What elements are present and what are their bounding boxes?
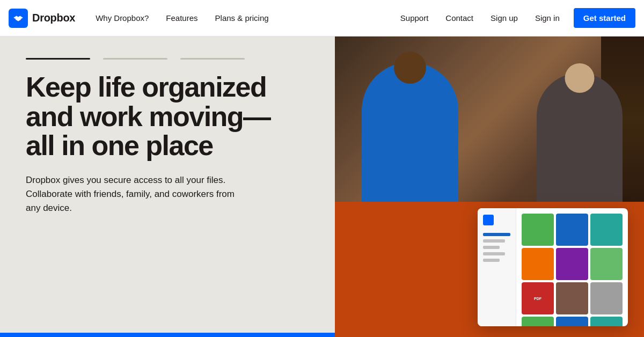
dropbox-icon	[9, 9, 28, 28]
photo-people	[335, 36, 644, 202]
file-item-2	[556, 214, 588, 246]
file-browser-main: PDF	[516, 208, 628, 326]
person2-head	[565, 63, 595, 93]
fb-sidebar-item-2	[483, 239, 505, 243]
fb-dropbox-logo	[483, 215, 494, 225]
fb-sidebar-item-5	[483, 259, 500, 262]
file-browser-mockup: PDF	[478, 208, 628, 326]
person1-head	[394, 52, 426, 84]
file-item-8	[556, 282, 588, 314]
file-item-5	[556, 248, 588, 280]
file-item-3	[590, 214, 623, 246]
fb-sidebar-item-3	[483, 246, 500, 249]
fb-sidebar-item-4	[483, 252, 505, 255]
hero-tab-1[interactable]	[26, 58, 90, 60]
photo-background	[335, 36, 644, 202]
nav-sign-in[interactable]: Sign in	[528, 9, 567, 27]
file-browser-sidebar	[478, 208, 516, 326]
nav-support[interactable]: Support	[393, 9, 436, 27]
file-item-10	[522, 317, 554, 326]
brand-name: Dropbox	[32, 12, 75, 24]
hero-subtitle: Dropbox gives you secure access to all y…	[26, 173, 251, 216]
nav-contact[interactable]: Contact	[438, 9, 481, 27]
hero-tab-2[interactable]	[103, 58, 167, 60]
person2-body	[537, 73, 623, 202]
file-item-9	[590, 282, 623, 314]
hero-tab-3[interactable]	[180, 58, 245, 60]
nav-plans-pricing[interactable]: Plans & pricing	[208, 9, 276, 27]
person1-body	[362, 62, 458, 202]
hero-orange-bg: PDF	[335, 202, 644, 337]
hero-cta-bar	[0, 333, 335, 337]
file-item-1	[522, 214, 554, 246]
nav-sign-up[interactable]: Sign up	[483, 9, 525, 27]
file-item-6	[590, 248, 623, 280]
nav-right: Support Contact Sign up Sign in Get star…	[393, 8, 635, 28]
hero-photo	[335, 36, 644, 202]
hero-tabs	[26, 58, 309, 60]
file-item-12	[590, 317, 623, 326]
hero-title: Keep life organized and work moving— all…	[26, 72, 294, 160]
hero-left: Keep life organized and work moving— all…	[0, 36, 335, 337]
file-item-4	[522, 248, 554, 280]
logo-link[interactable]: Dropbox	[9, 9, 75, 28]
file-item-7: PDF	[522, 282, 554, 314]
navbar: Dropbox Why Dropbox? Features Plans & pr…	[0, 0, 644, 36]
nav-left: Why Dropbox? Features Plans & pricing	[88, 9, 393, 27]
nav-why-dropbox[interactable]: Why Dropbox?	[88, 9, 156, 27]
nav-features[interactable]: Features	[158, 9, 205, 27]
get-started-button[interactable]: Get started	[574, 8, 635, 28]
hero-right: PDF	[335, 36, 644, 337]
file-item-11	[556, 317, 588, 326]
fb-sidebar-item-1	[483, 233, 510, 236]
hero-section: Keep life organized and work moving— all…	[0, 36, 644, 337]
